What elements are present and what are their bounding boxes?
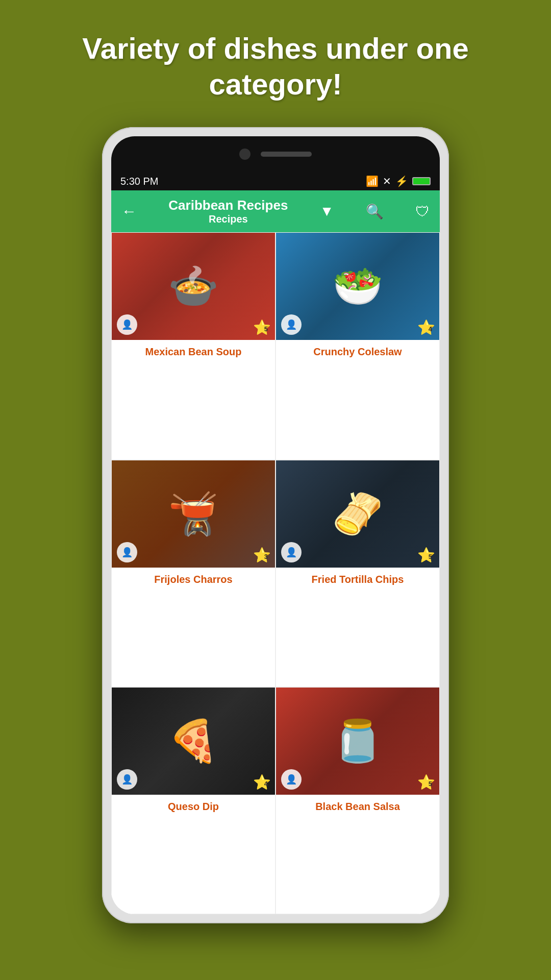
recipe-name-frijoles-charros: Frijoles Charros xyxy=(112,568,275,592)
recipe-name-crunchy-coleslaw: Crunchy Coleslaw xyxy=(276,340,439,364)
star-coleslaw: ⭐ xyxy=(417,319,435,336)
app-header: ← Caribbean Recipes Recipes ▼ 🔍 🛡 xyxy=(111,190,440,232)
header-title-block: Caribbean Recipes Recipes xyxy=(168,198,288,225)
status-bar: 5:30 PM 📶 ✕ ⚡ xyxy=(111,172,440,190)
sim-icon: ✕ xyxy=(383,175,391,187)
recipe-card-fried-tortilla-chips[interactable]: 👤 ⭐ 5 Fried Tortilla Chips xyxy=(276,460,440,687)
star-chips: ⭐ xyxy=(417,547,435,564)
rating-coleslaw: 4 xyxy=(429,325,432,333)
recipe-name-queso-dip: Queso Dip xyxy=(112,795,275,819)
recipe-overlay-salsa: 👤 xyxy=(281,769,434,790)
recipe-image-crunchy-coleslaw: 👤 ⭐ 4 xyxy=(276,233,439,340)
user-icon-soup: 👤 xyxy=(117,314,137,335)
back-button[interactable]: ← xyxy=(121,203,137,220)
recipe-image-black-bean-salsa: 👤 ⭐ 5 xyxy=(276,688,439,795)
recipe-overlay-frijoles: 👤 xyxy=(117,542,270,562)
recipe-card-queso-dip[interactable]: 👤 ⭐ 4 Queso Dip xyxy=(111,687,276,914)
wifi-icon: 📶 xyxy=(366,175,379,187)
rating-chips: 5 xyxy=(429,553,432,560)
search-button[interactable]: 🔍 xyxy=(366,203,384,220)
recipe-card-mexican-bean-soup[interactable]: 👤 ⭐ 5 Mexican Bean Soup xyxy=(111,232,276,459)
user-icon-frijoles: 👤 xyxy=(117,542,137,562)
recipe-overlay-coleslaw: 👤 xyxy=(281,314,434,335)
phone-camera-area xyxy=(111,136,440,172)
recipe-card-frijoles-charros[interactable]: 👤 ⭐ 3 Frijoles Charros xyxy=(111,460,276,687)
header-subtitle: Recipes xyxy=(209,213,248,225)
recipe-image-mexican-bean-soup: 👤 ⭐ 5 xyxy=(112,233,275,340)
status-time: 5:30 PM xyxy=(120,176,158,187)
speaker-bar xyxy=(261,152,312,157)
phone-frame: 5:30 PM 📶 ✕ ⚡ ← Caribbean Recipes Recipe… xyxy=(102,127,449,923)
headline-text: Variety of dishes under one category! xyxy=(0,0,551,127)
user-icon-salsa: 👤 xyxy=(281,769,302,790)
star-queso: ⭐ xyxy=(253,774,271,791)
recipe-overlay-chips: 👤 xyxy=(281,542,434,562)
user-icon-queso: 👤 xyxy=(117,769,137,790)
filter-button[interactable]: ▼ xyxy=(320,203,334,219)
recipe-overlay-queso: 👤 xyxy=(117,769,270,790)
recipe-overlay: 👤 xyxy=(117,314,270,335)
star-frijoles: ⭐ xyxy=(253,547,271,564)
rating-queso: 4 xyxy=(264,780,268,788)
battery-bar xyxy=(412,177,431,185)
recipe-name-fried-tortilla-chips: Fried Tortilla Chips xyxy=(276,568,439,592)
star-soup: ⭐ xyxy=(253,319,271,336)
star-salsa: ⭐ xyxy=(417,774,435,791)
rating-soup: 5 xyxy=(264,325,268,333)
lightning-icon: ⚡ xyxy=(395,175,408,187)
recipe-image-fried-tortilla-chips: 👤 ⭐ 5 xyxy=(276,460,439,568)
camera-dot xyxy=(239,149,251,160)
header-title: Caribbean Recipes xyxy=(168,198,288,213)
phone-screen: 5:30 PM 📶 ✕ ⚡ ← Caribbean Recipes Recipe… xyxy=(111,136,440,914)
status-icons: 📶 ✕ ⚡ xyxy=(366,175,431,187)
user-icon-coleslaw: 👤 xyxy=(281,314,302,335)
rating-salsa: 5 xyxy=(429,780,432,788)
recipe-image-frijoles-charros: 👤 ⭐ 3 xyxy=(112,460,275,568)
recipe-card-black-bean-salsa[interactable]: 👤 ⭐ 5 Black Bean Salsa xyxy=(276,687,440,914)
recipe-name-black-bean-salsa: Black Bean Salsa xyxy=(276,795,439,819)
user-icon-chips: 👤 xyxy=(281,542,302,562)
recipe-name-mexican-bean-soup: Mexican Bean Soup xyxy=(112,340,275,364)
recipe-grid: 👤 ⭐ 5 Mexican Bean Soup 👤 ⭐ 4 Crunchy xyxy=(111,232,440,914)
recipe-image-queso-dip: 👤 ⭐ 4 xyxy=(112,688,275,795)
logo-button[interactable]: 🛡 xyxy=(415,203,430,220)
rating-frijoles: 3 xyxy=(264,553,268,560)
recipe-card-crunchy-coleslaw[interactable]: 👤 ⭐ 4 Crunchy Coleslaw xyxy=(276,232,440,459)
